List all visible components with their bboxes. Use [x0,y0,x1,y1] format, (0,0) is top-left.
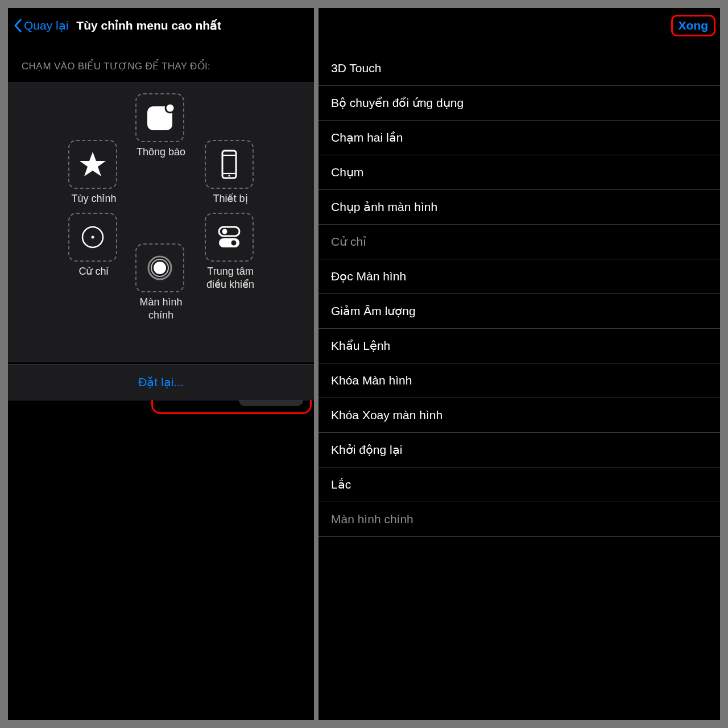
slot-gesture: Cử chỉ [68,213,119,278]
reset-button[interactable]: Đặt lại... [8,364,314,400]
slot-device: Thiết bị [205,140,256,205]
list-item: Cử chỉ [318,225,720,259]
back-button[interactable]: Quay lại [14,19,68,32]
action-list-panel: Xong 3D TouchBộ chuyển đổi ứng dụngChạm … [318,8,720,720]
header: Xong [318,8,720,43]
slot-label: Thông báo [135,146,187,159]
slot-label: Trung tâm điều khiển [205,265,256,291]
svg-point-10 [222,229,228,234]
svg-point-1 [166,104,175,113]
svg-rect-9 [219,227,239,236]
svg-point-15 [154,262,166,274]
svg-point-12 [231,241,237,246]
list-item[interactable]: Chụm [318,155,720,190]
svg-rect-11 [219,238,239,247]
gesture-icon-box[interactable] [68,213,117,262]
slot-label: Màn hình chính [135,296,187,321]
page-title: Tùy chỉnh menu cao nhất [76,19,221,32]
slot-label: Cử chỉ [68,265,119,278]
list-item[interactable]: Khởi động lại [318,433,720,468]
home-button-icon [144,252,176,284]
list-item[interactable]: Bộ chuyển đổi ứng dụng [318,86,720,121]
svg-point-6 [228,175,230,176]
toggles-icon [213,221,245,253]
list-item[interactable]: Chạm hai lần [318,121,720,155]
slot-home: Màn hình chính [135,243,187,321]
reset-label: Đặt lại... [138,375,184,389]
slot-label: Thiết bị [205,192,256,205]
star-icon [77,148,109,180]
slot-custom: Tùy chỉnh [68,140,119,205]
header: Quay lại Tùy chỉnh menu cao nhất [8,8,314,43]
slot-control-center: Trung tâm điều khiển [205,213,256,291]
custom-icon-box[interactable] [68,140,117,189]
done-button[interactable]: Xong [671,15,716,36]
list-item[interactable]: Khẩu Lệnh [318,329,720,363]
notifications-icon [144,102,176,134]
list-item[interactable]: Giảm Âm lượng [318,294,720,329]
list-item[interactable]: Khóa Màn hình [318,363,720,398]
section-hint: CHẠM VÀO BIỂU TƯỢNG ĐỂ THAY ĐỔI: [8,43,314,82]
slot-label: Tùy chỉnh [68,192,119,205]
list-item: Màn hình chính [318,502,720,537]
slot-notifications: Thông báo [135,93,187,159]
list-item[interactable]: Khóa Xoay màn hình [318,398,720,433]
control-center-icon-box[interactable] [205,213,254,262]
list-item[interactable]: Đọc Màn hình [318,259,720,294]
svg-point-8 [92,236,94,239]
device-icon-box[interactable] [205,140,254,189]
chevron-left-icon [14,19,22,32]
device-icon [213,148,245,180]
done-label: Xong [679,19,709,32]
icon-grid: Thông báo Tùy chỉnh Thiết bị [8,82,314,362]
list-item[interactable]: Chụp ảnh màn hình [318,190,720,225]
action-list: 3D TouchBộ chuyển đổi ứng dụngChạm hai l… [318,43,720,537]
notifications-icon-box[interactable] [135,93,184,142]
back-label: Quay lại [24,19,68,32]
gesture-icon [77,221,109,253]
list-item[interactable]: Lắc [318,468,720,502]
list-item[interactable]: 3D Touch [318,51,720,86]
svg-marker-2 [80,152,106,176]
customize-menu-panel: Quay lại Tùy chỉnh menu cao nhất CHẠM VÀ… [8,8,314,720]
home-icon-box[interactable] [135,243,184,292]
